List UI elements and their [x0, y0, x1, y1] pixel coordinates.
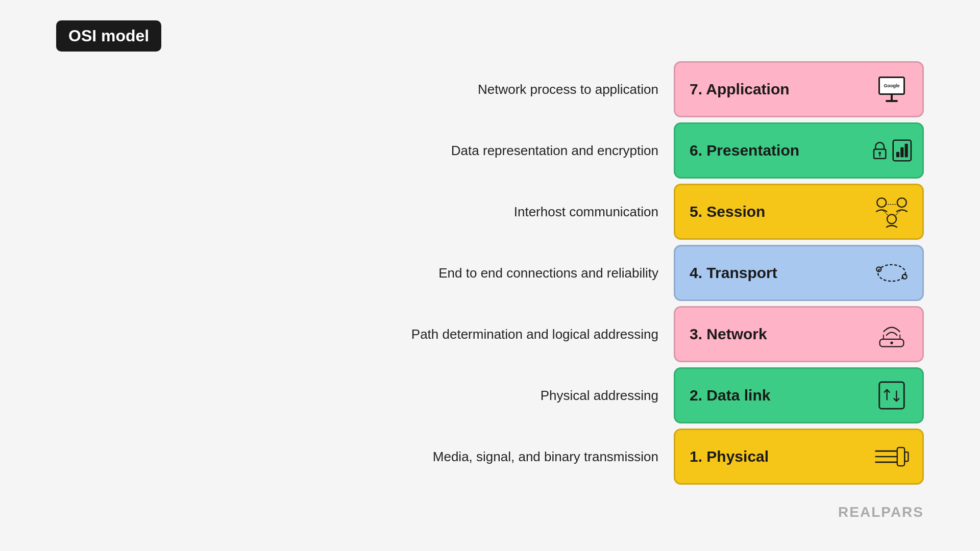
title-badge: OSI model	[56, 20, 161, 52]
layer-1-description: Media, signal, and binary transmission	[56, 449, 674, 465]
osi-diagram: OSI model Network process to application…	[56, 61, 924, 490]
layer-2-box: 2. Data link	[674, 367, 924, 423]
svg-point-7	[877, 198, 886, 207]
svg-rect-4	[896, 152, 899, 158]
network-icon	[871, 314, 912, 355]
transport-icon	[871, 253, 912, 293]
svg-rect-26	[897, 447, 904, 466]
layer-row-1: Media, signal, and binary transmission 1…	[56, 429, 924, 485]
layer-row-4: End to end connections and reliability 4…	[56, 245, 924, 301]
layer-6-box: 6. Presentation	[674, 122, 924, 179]
layer-row-5: Interhost communication 5. Session	[56, 184, 924, 240]
layer-7-description: Network process to application	[56, 82, 674, 97]
layer-3-description: Path determination and logical addressin…	[56, 327, 674, 342]
layer-6-name: 6. Presentation	[690, 142, 799, 159]
svg-rect-20	[879, 382, 904, 409]
layer-4-description: End to end connections and reliability	[56, 265, 674, 281]
datalink-icon	[871, 375, 912, 416]
layer-6-description: Data representation and encryption	[56, 143, 674, 159]
layer-5-description: Interhost communication	[56, 204, 674, 220]
layer-7-name: 7. Application	[690, 81, 790, 98]
svg-rect-5	[901, 147, 904, 157]
layer-1-box: 1. Physical	[674, 429, 924, 485]
watermark: REALPARS	[838, 504, 924, 520]
session-icon	[871, 191, 912, 232]
svg-point-1	[878, 152, 881, 155]
svg-rect-27	[904, 452, 908, 461]
layer-4-box: 4. Transport	[674, 245, 924, 301]
layer-row-2: Physical addressing 2. Data link	[56, 367, 924, 423]
svg-point-17	[890, 341, 893, 344]
layer-5-box: 5. Session	[674, 184, 924, 240]
layer-2-name: 2. Data link	[690, 387, 770, 404]
svg-rect-6	[905, 144, 908, 157]
svg-point-8	[897, 198, 906, 207]
layer-row-7: Network process to application 7. Applic…	[56, 61, 924, 117]
layer-5-name: 5. Session	[690, 203, 765, 220]
layer-row-3: Path determination and logical addressin…	[56, 306, 924, 362]
presentation-icon	[871, 130, 912, 171]
layer-7-box: 7. Application Google	[674, 61, 924, 117]
layer-row-6: Data representation and encryption 6. Pr…	[56, 122, 924, 179]
physical-icon	[871, 436, 912, 477]
layer-3-box: 3. Network	[674, 306, 924, 362]
svg-point-13	[878, 265, 905, 281]
layer-2-description: Physical addressing	[56, 388, 674, 404]
layer-4-name: 4. Transport	[690, 264, 777, 282]
layer-1-name: 1. Physical	[690, 448, 769, 465]
application-icon: Google	[871, 69, 912, 110]
layer-3-name: 3. Network	[690, 325, 767, 343]
